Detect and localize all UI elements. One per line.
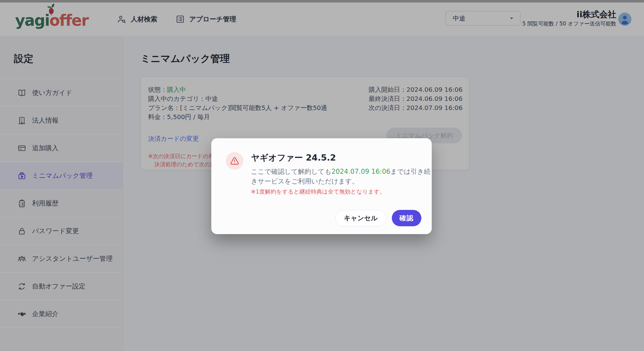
dialog-desc-before: ここで確認して解約しても: [251, 168, 331, 175]
dialog-warning-note: ※1度解約をすると継続特典は全て無効となります。: [251, 188, 433, 195]
dialog-content: ヤギオファー 24.5.2 ここで確認して解約しても2024.07.09 16:…: [211, 138, 432, 195]
cancel-confirm-dialog: ヤギオファー 24.5.2 ここで確認して解約しても2024.07.09 16:…: [211, 138, 432, 234]
dialog-desc-date: 2024.07.09 16:06: [331, 168, 390, 175]
dialog-title: ヤギオファー 24.5.2: [251, 152, 433, 163]
cancel-button[interactable]: キャンセル: [335, 210, 386, 226]
app-screen: yagioffer 人材検索 アプローチ管理 中途: [0, 0, 644, 351]
confirm-button[interactable]: 確認: [392, 210, 421, 226]
dialog-description: ここで確認して解約しても2024.07.09 16:06までは引き続きサービスを…: [251, 167, 433, 186]
dialog-texts: ヤギオファー 24.5.2 ここで確認して解約しても2024.07.09 16:…: [251, 152, 433, 195]
dialog-actions: キャンセル 確認: [335, 210, 421, 226]
warning-icon: [226, 152, 243, 170]
